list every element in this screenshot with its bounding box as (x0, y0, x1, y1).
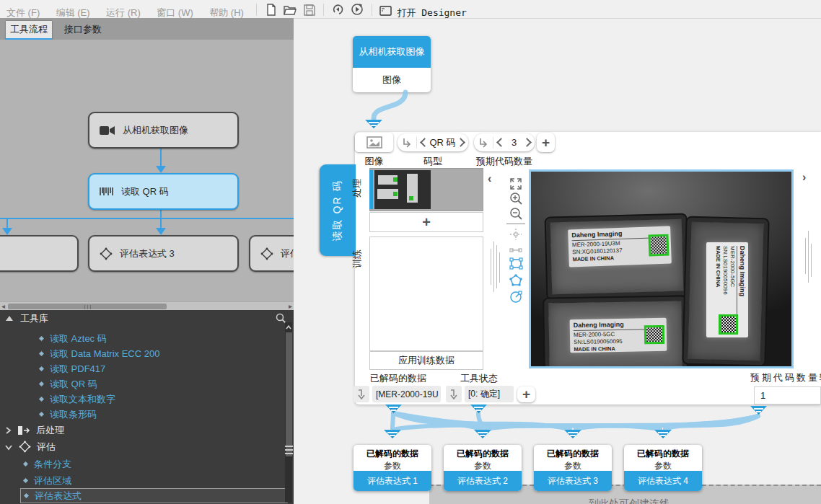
zoom-in-icon[interactable] (509, 192, 522, 205)
eval2-input-triangle[interactable] (474, 430, 491, 438)
toolbox-item-read-aztec[interactable]: 读取 Aztec 码 (40, 332, 107, 345)
scrollbar-thumb[interactable] (8, 304, 167, 309)
tool-status-value[interactable]: [0: 确定] (465, 386, 514, 402)
eval-expression-node-3[interactable]: 已解码的数据 参数 评估表达式 3 (534, 445, 612, 491)
save-icon[interactable] (302, 1, 317, 19)
qr-code-detected (648, 234, 669, 257)
flow-node-camera[interactable]: 从相机获取图像 (88, 112, 239, 149)
status-output-anchor-icon[interactable] (446, 386, 462, 402)
collapse-icon[interactable] (6, 316, 13, 321)
toolbox-item-evaluate-expression[interactable]: 评估表达式 (20, 488, 288, 503)
open-file-icon[interactable] (282, 1, 298, 19)
collapse-left-icon[interactable]: ‹ (488, 172, 491, 185)
connector-arrow (2, 228, 12, 235)
line-roi-icon[interactable] (509, 244, 522, 257)
add-image-button[interactable]: + (369, 212, 483, 232)
menu-separator (323, 4, 324, 16)
splitter-handle[interactable] (499, 252, 500, 283)
designer-app: 文件 (F) 编辑 (E) 运行 (R) 窗口 (W) 帮助 (H) 打开 De… (0, 0, 821, 504)
splitter-handle[interactable] (491, 249, 491, 285)
circle-roi-icon[interactable] (509, 290, 522, 303)
eval-node-title: 评估表达式 2 (444, 471, 522, 491)
tab-interface-params[interactable]: 接口参数 (59, 21, 107, 38)
decoded-output-triangle[interactable] (385, 404, 402, 413)
camera-node-title[interactable]: 从相机获取图像 (353, 36, 431, 68)
fit-view-icon[interactable] (509, 177, 522, 190)
toolbox-item-read-datamatrix[interactable]: 读取 Data Matrix ECC 200 (40, 347, 159, 361)
splitter-handle[interactable] (805, 238, 806, 274)
code-type-widget[interactable]: QR 码 (398, 133, 468, 151)
camera-node-output-port[interactable]: 图像 (353, 68, 431, 92)
toolbox-item-evaluate-region[interactable]: 评估区域 (24, 474, 71, 487)
add-output-button[interactable]: + (517, 386, 535, 402)
collapse-right-icon[interactable]: › (802, 171, 806, 184)
chevron-right-icon[interactable] (4, 426, 12, 435)
zoom-out-icon[interactable] (509, 207, 522, 220)
splitter-handle[interactable] (496, 245, 497, 288)
flow-node-read-qr[interactable]: 读取 QR 码 (88, 173, 239, 210)
decoded-output-anchor-icon[interactable] (354, 386, 369, 402)
toolbox-group-evaluate[interactable]: 评估 (4, 440, 56, 454)
bullet-icon (24, 493, 29, 498)
bullet-icon (39, 381, 44, 386)
eval-expression-node-4[interactable]: 已解码的数据 参数 评估表达式 4 (624, 445, 702, 491)
splitter-grip[interactable] (285, 449, 293, 451)
toolbox-group-postprocess[interactable]: 后处理 (4, 423, 64, 437)
tab-tool-flow[interactable]: 工具流程 (6, 21, 52, 40)
process-section-label: 处理 (351, 167, 364, 209)
stepper-next-icon[interactable] (456, 138, 465, 147)
run-icon[interactable] (349, 0, 365, 18)
expected-code-count-output-value[interactable]: 1 (754, 386, 821, 404)
splitter-handle[interactable] (808, 231, 809, 283)
decoded-data-value[interactable]: [MER-2000-19U (372, 386, 441, 402)
flow-node-partial-right[interactable]: 评估表达式 (249, 235, 294, 272)
add-parameter-button[interactable]: + (537, 133, 555, 152)
expected-count-widget[interactable]: 3 (474, 133, 535, 151)
train-image-area[interactable] (369, 236, 483, 351)
toolbox-header[interactable]: 工具库 (0, 311, 294, 324)
splitter-grip[interactable] (285, 453, 293, 454)
apply-train-data-button[interactable]: 应用训练数据 (369, 351, 483, 370)
flow-node-partial-left[interactable] (0, 235, 79, 272)
image-input-widget[interactable] (355, 133, 393, 152)
splitter-handle[interactable] (493, 242, 494, 292)
toolbox-group-label: 评估 (37, 441, 56, 454)
toolbox-item-label: 读取文本和数字 (50, 393, 115, 406)
flow-node-eval-3[interactable]: 评估表达式 3 (88, 235, 239, 272)
code-type-param-label: 码型 (398, 155, 468, 168)
image-viewer[interactable]: Daheng Imaging MER-2000-19U3M SN:XG01801… (529, 169, 794, 368)
session-title[interactable]: 打开 Designer (397, 7, 466, 18)
process-thumbnail[interactable] (374, 170, 431, 209)
eval-expression-node-2[interactable]: 已解码的数据 参数 评估表达式 2 (444, 445, 522, 491)
rect-roi-icon[interactable] (509, 257, 522, 270)
expected-output-triangle[interactable] (750, 406, 767, 415)
toolbox-item-read-text[interactable]: 读取文本和数字 (40, 392, 115, 406)
eval1-input-triangle[interactable] (384, 430, 401, 438)
camera-node[interactable]: 从相机获取图像 图像 (353, 36, 431, 92)
input-connector-triangle[interactable] (365, 120, 382, 128)
toolbox-item-label: 读取条形码 (50, 408, 97, 421)
new-file-icon[interactable] (263, 1, 279, 19)
eval3-input-triangle[interactable] (564, 430, 581, 438)
toolbox-item-read-pdf417[interactable]: 读取 PDF417 (40, 362, 105, 376)
scroll-up-icon[interactable] (285, 324, 292, 331)
toolbox-item-condition-branch[interactable]: 条件分支 (24, 457, 71, 471)
toolbox-scrollbar-thumb[interactable] (286, 332, 292, 456)
eval-expression-node-1[interactable]: 已解码的数据 参数 评估表达式 1 (354, 445, 431, 491)
image-icon (366, 136, 382, 149)
step-run-icon[interactable] (330, 0, 346, 18)
toolbox-item-read-qr[interactable]: 读取 QR 码 (40, 377, 97, 391)
splitter-handle[interactable] (811, 244, 812, 277)
splitter-grip[interactable] (285, 446, 293, 447)
stepper-next-icon[interactable] (522, 138, 532, 147)
toolbox-item-read-barcode[interactable]: 读取条形码 (40, 407, 97, 421)
flow-node-label: 评估表达式 (281, 247, 294, 260)
bullet-icon (39, 397, 44, 402)
chevron-down-icon[interactable] (4, 443, 13, 451)
toolbox-item-label: 读取 PDF417 (50, 363, 105, 376)
point-roi-icon[interactable] (509, 228, 522, 241)
polygon-roi-icon[interactable] (509, 274, 522, 287)
eval4-input-triangle[interactable] (654, 430, 672, 438)
postprocess-icon (17, 425, 30, 436)
status-output-triangle[interactable] (470, 404, 487, 413)
